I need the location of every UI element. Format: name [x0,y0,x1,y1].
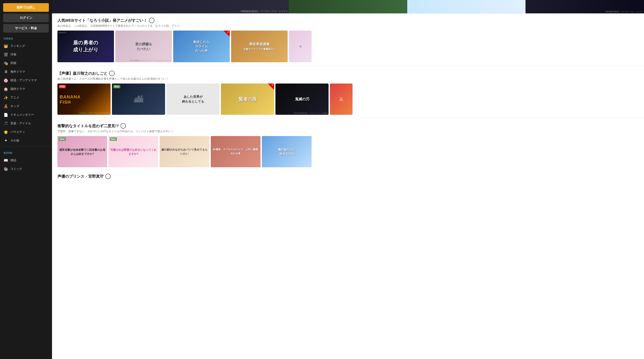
japanese-icon: 🎭 [4,61,8,65]
sidebar-item-label: その他 [10,139,19,143]
section-divider-2 [52,118,644,118]
sidebar-item-documentary[interactable]: 📄 ドキュメンタリー [0,111,52,119]
sidebar-item-magazine[interactable]: 📖 雑誌 [0,156,52,165]
card-yome-kao[interactable]: 嫁の顔されながらおパンツ見せてもらいたい [160,136,210,167]
sidebar-item-ranking[interactable]: 👑 ランキング [0,42,52,50]
bottom-hint-arrow[interactable]: → [105,174,111,179]
hero-copyright: ©西尾維新/講談社・アニプレックス・シャフト [605,11,643,13]
sidebar-item-kids[interactable]: 🧸 キッズ [0,102,52,111]
kimetsu-copyright: ©吾峠呼世晴/集英社・アニプレックス・ufotable [294,112,328,114]
hero-strip: ©西尾維新/講談社・アニプレックス・シャフト ©西尾維新/講談社・アニプレックス… [52,0,644,14]
magazine-icon: 📖 [4,158,8,163]
sidebar-item-overseas-drama[interactable]: 🖥 海外ドラマ [0,68,52,76]
yome-title: 嫁の顔されながらおパンツ見せてもらいたい [162,148,208,156]
sidebar-item-label: ランキング [10,44,25,48]
card-isekai-izakaya[interactable]: 異世界居酒屋古都アイテリアの食事処のぶ [231,31,288,62]
card-capsule-hotel[interactable]: 終電後、カプセルホテルで、上司に微熱伝わる夜 [211,136,260,167]
card-kawaii-hentai[interactable]: New 可愛ければ変態でも好きになってくれますか? [108,136,158,167]
morikawa-arrow[interactable]: → [109,71,115,76]
sidebar-item-japanese[interactable]: 🎭 邦画 [0,59,52,68]
sidebar-item-label: バラエティ [10,130,25,134]
sidebar-item-comic[interactable]: 📚 コミック [0,165,52,173]
sidebar-item-variety[interactable]: 🌟 バラエティ [0,128,52,136]
shocking-arrow[interactable]: → [120,123,126,129]
sidebar-item-label: 国内ドラマ [10,87,25,91]
narou-section-header: 人気WEBサイト「なろう小説」発アニメがすごい！ → [58,18,638,23]
sidebar-item-domestic-drama[interactable]: 🏠 国内ドラマ [0,85,52,93]
card-tate-no-yuusha[interactable]: 盾の勇者の成り上がり Season3 [58,31,114,62]
yome-inner: 嫁の顔されながらおパンツ見せてもらいたい [160,136,210,167]
sidebar-item-korean-drama[interactable]: 🌸 韓流・アジアドラマ [0,76,52,85]
sidebar-item-other[interactable]: ♥ その他 [0,136,52,145]
morikawa-desc: 超人気俳優トム・クルーズの専属吹き替え声優として知られる森川さんの名演技がすごい… [58,77,638,81]
card-colorful-anime[interactable]: ⚔ [330,84,352,115]
card-tensura-title: 転生したらスライムだった件 [194,40,210,53]
sidebar-item-label: ドキュメンタリー [10,113,34,117]
kawaii-title: 可愛ければ変態でも好きになってくれますか? [110,148,156,156]
card-kimetsu[interactable]: 鬼滅の刃 ©吾峠呼世晴/集英社・アニプレックス・ufotable [276,84,328,115]
copyright-text: ©西尾維新/講談社・アニプレックス・シャフト [240,10,288,13]
variety-icon: 🌟 [4,130,8,134]
card-night-city[interactable]: New 🏙 [112,84,165,115]
sidebar-item-label: 海外ドラマ [10,70,25,74]
service-button[interactable]: サービス・料金 [3,24,49,33]
morikawa-section: 【声優】森川智之のおしごと → 超人気俳優トム・クルーズの専属吹き替え声優として… [52,67,644,117]
sidebar: 無料でお試し ログイン サービス・料金 VIDEO 👑 ランキング 🎬 洋画 🎭… [0,0,52,359]
sidebar-item-music[interactable]: 🎵 音楽・アイドル [0,119,52,128]
imouto-inner: 俺が妹だけど好きなのは [262,136,312,167]
card-tensura[interactable]: 転生したらスライムだった件 [173,31,230,62]
sidebar-item-label: 洋画 [10,53,16,57]
night-city-inner: 🏙 [112,84,165,115]
ashita-inner: あした世界が終わるとしても [166,84,220,115]
card-unknown1[interactable]: ✿ [289,31,312,62]
capsule-title: 終電後、カプセルホテルで、上司に微熱伝わる夜 [212,148,259,156]
sidebar-item-western[interactable]: 🎬 洋画 [0,50,52,59]
overseas-drama-icon: 🖥 [4,70,8,74]
card-banana-fish[interactable]: FOD BANANAFISH ©吉田秋生・小学館 / Project BANAN… [58,84,110,115]
card-tate-title: 盾の勇者の成り上がり [73,39,98,54]
login-button[interactable]: ログイン [3,14,49,22]
morikawa-section-header: 【声優】森川智之のおしごと → [58,71,638,76]
card-ashita-sekai[interactable]: あした世界が終わるとしても [166,84,220,115]
shocking-desc: 予想外、想像できない、それでいいの!?なタイトルの作品たち。インパクト抜群で覚え… [58,130,638,133]
card-kenja-no-mago[interactable]: 賢者の孫 [221,84,274,115]
morikawa-card-row: FOD BANANAFISH ©吉田秋生・小学館 / Project BANAN… [58,84,638,115]
card-unknown1-inner: ✿ [289,31,312,62]
card-kimi-suizou[interactable]: 君の膵臓をたべたい ©君の膵臓をたべたい アニメフィルムパートナーズ [115,31,172,62]
kimetsu-inner: 鬼滅の刃 [276,84,328,115]
okaasan-inner: 通常攻撃が全体攻撃で二回攻撃のお母さんは好きですか? [58,136,107,167]
kenja-title: 賢者の孫 [238,96,257,102]
card-kimi-copyright: ©君の膵臓をたべたい アニメフィルムパートナーズ [129,59,171,62]
sidebar-item-anime[interactable]: ✨ アニメ [0,93,52,102]
morikawa-title: 【声優】森川智之のおしごと [58,71,108,76]
other-icon: ♥ [4,138,8,143]
section-divider-1 [52,65,644,66]
sidebar-item-label: 邦画 [10,61,16,65]
narou-arrow[interactable]: → [149,18,154,23]
music-icon: 🎵 [4,121,8,126]
shocking-section: 衝撃的なタイトルを思わず二度見!? → 予想外、想像できない、それでいいの!?な… [52,119,644,170]
banana-copyright: ©吉田秋生・小学館 / Project BANANA FISH [79,112,110,114]
narou-card-row: 盾の勇者の成り上がり Season3 君の膵臓をたべたい ©君の膵臓をたべたい … [58,31,638,62]
comic-icon: 📚 [4,167,8,171]
shocking-section-header: 衝撃的なタイトルを思わず二度見!? → [58,123,638,129]
card-tate-season: Season3 [58,32,66,34]
bottom-hint-header: 声優のプリンス・宮野真守 → [58,174,638,179]
sidebar-item-label: アニメ [10,96,19,100]
main-content: ©西尾維新/講談社・アニプレックス・シャフト ©西尾維新/講談社・アニプレックス… [52,0,644,359]
sidebar-item-label: コミック [10,167,22,171]
narou-desc: あの作品も、この作品も、小説投稿WEBサイトで発表された!?ノリにのってる「なろ… [58,24,638,28]
narou-title: 人気WEBサイト「なろう小説」発アニメがすごい！ [58,18,147,23]
bottom-hint-section: 声優のプリンス・宮野真守 → [52,170,644,184]
trial-button[interactable]: 無料でお試し [3,3,49,12]
imouto-title: 俺が妹だけど好きなのは [278,147,296,156]
card-imouto[interactable]: 俺が妹だけど好きなのは [262,136,312,167]
western-icon: 🎬 [4,52,8,57]
ranking-icon: 👑 [4,44,8,48]
narou-section: 人気WEBサイト「なろう小説」発アニメがすごい！ → あの作品も、この作品も、小… [52,14,644,65]
okaasan-title: 通常攻撃が全体攻撃で二回攻撃のお母さんは好きですか? [59,148,105,156]
shocking-card-row: New 通常攻撃が全体攻撃で二回攻撃のお母さんは好きですか? New 可愛ければ… [58,136,638,167]
sidebar-item-label: 韓流・アジアドラマ [10,78,37,82]
shocking-title: 衝撃的なタイトルを思わず二度見!? [58,123,119,129]
card-okaasan[interactable]: New 通常攻撃が全体攻撃で二回攻撃のお母さんは好きですか? [58,136,107,167]
